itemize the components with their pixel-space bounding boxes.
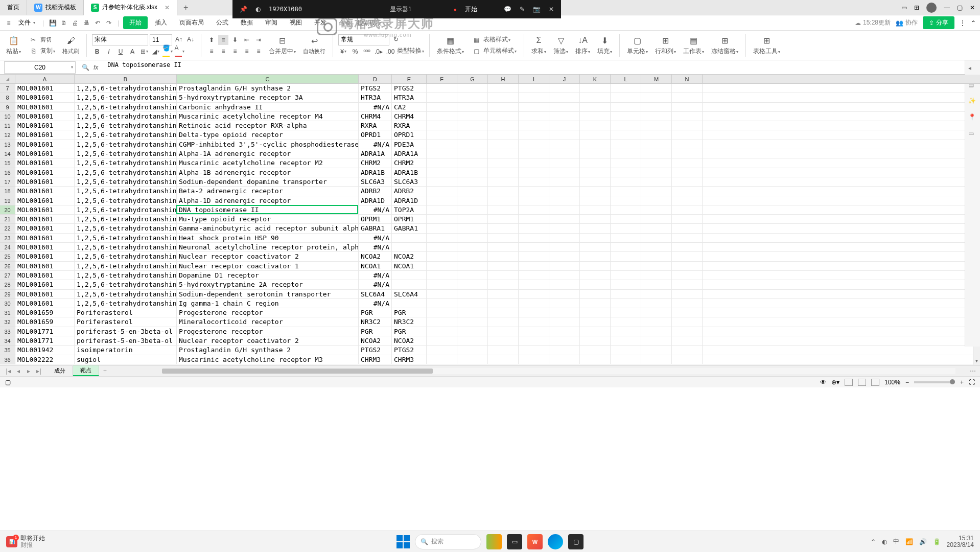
menu-file[interactable]: 文件▾: [15, 17, 38, 28]
pin-icon[interactable]: 📌: [240, 6, 247, 13]
cell[interactable]: [580, 243, 611, 251]
cell[interactable]: DNA topoisomerase II: [177, 205, 359, 214]
cell[interactable]: PDE3A: [392, 140, 427, 149]
cell[interactable]: ADRB2: [392, 187, 427, 195]
row-header[interactable]: 35: [0, 346, 15, 355]
col-header[interactable]: J: [549, 75, 580, 83]
cell[interactable]: [457, 177, 488, 186]
cell[interactable]: MOL001601: [15, 187, 75, 195]
cell[interactable]: [611, 187, 641, 195]
cell[interactable]: SLC6A3: [392, 177, 427, 186]
sheet-next-icon[interactable]: ▸: [25, 367, 33, 375]
cell[interactable]: NCOA2: [392, 252, 427, 261]
print-preview-icon[interactable]: 🖶: [82, 18, 91, 28]
menu-search-input[interactable]: [339, 19, 415, 27]
cell[interactable]: 1,2,5,6-tetrahydrotanshinone: [75, 196, 177, 205]
cell[interactable]: [488, 84, 519, 93]
cell[interactable]: [611, 149, 641, 158]
fx-icon[interactable]: fx: [94, 64, 98, 71]
row-header[interactable]: 14: [0, 149, 15, 158]
cell[interactable]: #N/A: [359, 140, 392, 149]
menu-layout[interactable]: 页面布局: [174, 17, 209, 29]
cell[interactable]: [519, 262, 549, 270]
cell[interactable]: MOL001601: [15, 84, 75, 93]
cell[interactable]: 1,2,5,6-tetrahydrotanshinone: [75, 121, 177, 130]
cell[interactable]: [519, 290, 549, 298]
cell[interactable]: isoimperatorin: [75, 346, 177, 354]
row-header[interactable]: 16: [0, 168, 15, 177]
row-header[interactable]: 24: [0, 243, 15, 252]
cell[interactable]: [549, 149, 580, 158]
cell[interactable]: [392, 234, 427, 242]
cell[interactable]: [611, 140, 641, 149]
menu-hamburger-icon[interactable]: ≡: [4, 18, 13, 28]
cell-style-button[interactable]: ▢单元格样式▾: [469, 46, 519, 56]
cell[interactable]: [427, 308, 457, 317]
cell[interactable]: [519, 112, 549, 121]
cell[interactable]: [549, 196, 580, 205]
cell[interactable]: Alpha-1B adrenergic receptor: [177, 168, 359, 177]
cell[interactable]: #N/A: [359, 271, 392, 280]
cell[interactable]: [672, 355, 703, 364]
cell[interactable]: [672, 93, 703, 102]
cell[interactable]: [519, 224, 549, 233]
cell[interactable]: [427, 205, 457, 214]
cell[interactable]: [427, 121, 457, 130]
sheet-last-icon[interactable]: ▸|: [35, 367, 43, 375]
row-header[interactable]: 31: [0, 308, 15, 317]
cell[interactable]: [549, 262, 580, 270]
view-page-icon[interactable]: [858, 379, 866, 386]
cell[interactable]: [580, 215, 611, 223]
cell[interactable]: [519, 196, 549, 205]
cell[interactable]: [611, 243, 641, 251]
cell[interactable]: PTGS2: [359, 346, 392, 354]
cell[interactable]: Progesterone receptor: [177, 327, 359, 336]
cell[interactable]: PGR: [392, 308, 427, 317]
scroll-down-icon[interactable]: ▼: [973, 359, 980, 365]
cell[interactable]: HTR3A: [359, 93, 392, 102]
cell[interactable]: [611, 158, 641, 167]
increase-font-icon[interactable]: A↑: [174, 34, 184, 44]
cell[interactable]: PGR: [392, 327, 427, 336]
cell[interactable]: [641, 140, 672, 149]
cell[interactable]: [549, 336, 580, 345]
monitor-label[interactable]: 显示器1: [390, 5, 412, 14]
tools-button[interactable]: ⊞表格工具▾: [751, 35, 782, 56]
zoom-slider[interactable]: [914, 381, 955, 383]
cell[interactable]: [519, 280, 549, 289]
col-header[interactable]: H: [488, 75, 519, 83]
sheet-add-button[interactable]: +: [99, 367, 111, 375]
cell[interactable]: [457, 224, 488, 233]
cell[interactable]: [580, 355, 611, 364]
cell[interactable]: [641, 336, 672, 345]
fill-button[interactable]: ⬇填充▾: [595, 35, 614, 56]
cell[interactable]: [641, 205, 672, 214]
filter-button[interactable]: ▽筛选▾: [551, 35, 570, 56]
cell[interactable]: [641, 215, 672, 223]
cell[interactable]: [457, 243, 488, 251]
cell[interactable]: NR3C2: [392, 317, 427, 326]
pencil-icon[interactable]: ✎: [520, 6, 525, 13]
cell[interactable]: Sodium-dependent serotonin transporter: [177, 290, 359, 298]
cell[interactable]: [488, 196, 519, 205]
cell[interactable]: 1,2,5,6-tetrahydrotanshinone: [75, 187, 177, 195]
sheet-prev-icon[interactable]: ◂: [14, 367, 22, 375]
align-center-icon[interactable]: ≡: [218, 46, 228, 56]
col-header[interactable]: K: [580, 75, 611, 83]
table-style-button[interactable]: ▦表格样式▾: [469, 35, 519, 45]
cell[interactable]: [427, 271, 457, 280]
cell[interactable]: [641, 262, 672, 270]
cell[interactable]: [580, 336, 611, 345]
task-edge-icon[interactable]: [548, 534, 563, 549]
cell[interactable]: 1,2,5,6-tetrahydrotanshinone: [75, 234, 177, 242]
cell[interactable]: [611, 84, 641, 93]
tray-copilot-icon[interactable]: ◐: [882, 538, 887, 545]
cell[interactable]: MOL002222: [15, 355, 75, 364]
cell[interactable]: Muscarinic acetylcholine receptor M3: [177, 355, 359, 364]
cell[interactable]: ADRA1A: [392, 149, 427, 158]
cell[interactable]: MOL001601: [15, 177, 75, 186]
row-header[interactable]: 20: [0, 205, 15, 215]
cell[interactable]: [611, 280, 641, 289]
cell[interactable]: 1,2,5,6-tetrahydrotanshinone: [75, 112, 177, 121]
horizontal-scrollbar[interactable]: [162, 368, 955, 374]
